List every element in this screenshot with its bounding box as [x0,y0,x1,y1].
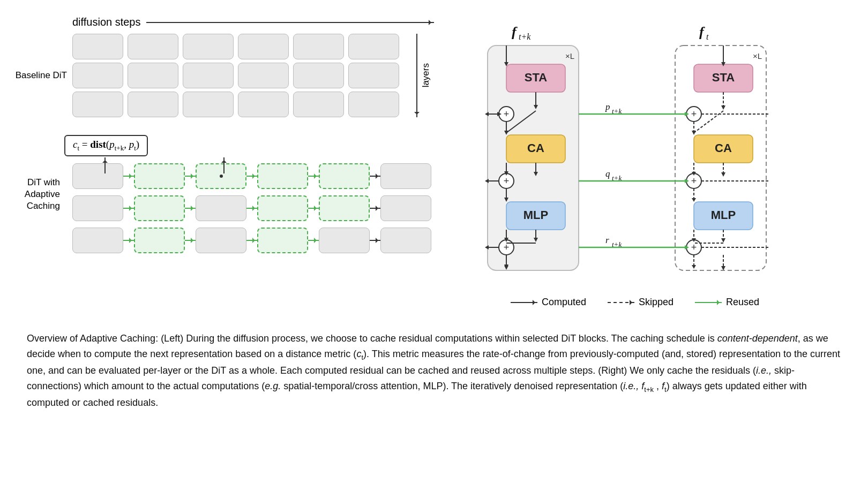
green-arrow-icon [123,176,134,177]
adaptive-row-1 [72,163,461,189]
legend-skipped: Skipped [608,297,674,308]
green-arrow-icon [246,240,257,241]
adaptive-section [21,163,461,256]
svg-text:+: + [504,176,510,186]
adaptive-cell-dashed [196,163,246,189]
black-arrow-icon [370,240,380,241]
adaptive-row-3 [72,228,461,253]
adaptive-cell-solid [380,163,431,189]
svg-text:MLP: MLP [523,208,548,222]
legend-skipped-label: Skipped [639,297,674,308]
adaptive-cell-solid [380,195,431,221]
right-panel: f t+k f t ×L ×L STA [461,11,847,321]
baseline-cell [72,92,123,117]
baseline-cell [128,92,178,117]
layers-label: layers [421,63,431,87]
svg-text:r: r [605,235,609,245]
svg-text:t: t [706,32,709,41]
svg-marker-87 [485,245,489,249]
baseline-row-3 [72,92,399,117]
baseline-cell [183,92,234,117]
svg-text:f: f [699,24,705,40]
adaptive-cell-dashed [319,163,370,189]
baseline-row-1 [72,34,399,59]
baseline-cell [238,34,289,59]
baseline-cell [72,34,123,59]
left-panel: diffusion steps Baseline DiT [21,11,461,321]
baseline-cell [128,34,178,59]
adaptive-cell-dashed [257,195,308,221]
svg-text:f: f [512,24,518,40]
baseline-cell [128,63,178,88]
adaptive-cell-dashed [319,195,370,221]
baseline-cell [293,92,344,117]
green-arrow-icon [246,176,257,177]
svg-text:q: q [605,169,610,179]
baseline-row-2 [72,63,399,88]
baseline-cell [348,63,399,88]
svg-text:t+k: t+k [612,240,622,248]
adaptive-cell-dashed [134,195,185,221]
green-arrow-icon [123,208,134,209]
svg-text:CA: CA [527,141,544,155]
legend-reused: Reused [695,297,759,308]
green-arrow-icon [308,240,319,241]
adaptive-cell-dashed [134,163,185,189]
legend-solid-arrow-icon [511,302,537,303]
baseline-label: Baseline DiT [16,70,67,81]
svg-text:+: + [691,109,697,119]
formula-text: ct = dist(pt+k, pt) [73,139,139,150]
black-arrow-icon [370,208,380,209]
dot-icon [220,175,223,178]
legend-reused-label: Reused [726,297,759,308]
baseline-cell [183,34,234,59]
main-container: diffusion steps Baseline DiT [0,0,868,484]
svg-text:p: p [605,102,610,112]
adaptive-row-2 [72,195,461,221]
svg-marker-83 [485,112,489,116]
green-arrow-icon [308,208,319,209]
adaptive-cell-solid [72,195,123,221]
adaptive-cell-solid [196,195,246,221]
green-arrow-icon [123,240,134,241]
svg-text:×L: ×L [565,51,574,61]
svg-text:MLP: MLP [711,208,736,222]
green-arrow-icon [185,240,196,241]
adaptive-cell-solid [72,163,123,189]
adaptive-cell-dashed [134,228,185,253]
svg-text:t+k: t+k [612,107,622,115]
svg-text:t+k: t+k [519,32,531,41]
green-arrow-icon [185,176,196,177]
adaptive-side-label: DiT withAdaptiveCaching [21,177,64,212]
green-arrow-icon [308,176,319,177]
legend-computed: Computed [511,297,586,308]
adaptive-cell-solid [319,228,370,253]
baseline-cell [293,34,344,59]
green-arrow-icon [246,208,257,209]
adaptive-cell-dashed [257,228,308,253]
baseline-cell [348,34,399,59]
svg-text:CA: CA [715,141,732,155]
diagram-section: diffusion steps Baseline DiT [21,11,847,321]
svg-text:×L: ×L [753,51,762,61]
baseline-cell [348,92,399,117]
svg-text:+: + [504,109,510,119]
svg-text:+: + [691,176,697,186]
baseline-cell [238,63,289,88]
adaptive-cell-solid [380,228,431,253]
legend-dashed-arrow-icon [608,302,634,303]
caption-text: Overview of Adaptive Caching: (Left) Dur… [27,333,840,408]
svg-marker-85 [485,179,489,183]
legend-computed-label: Computed [542,297,586,308]
green-arrow-icon [185,208,196,209]
baseline-cell [238,92,289,117]
baseline-cell [183,63,234,88]
architecture-diagram: f t+k f t ×L ×L STA [477,16,788,294]
adaptive-cell-solid [72,228,123,253]
baseline-cell [293,63,344,88]
adaptive-cell-dashed [257,163,308,189]
right-diagram-svg-container: f t+k f t ×L ×L STA [477,16,788,321]
svg-text:STA: STA [525,71,547,84]
black-arrow-icon [370,176,380,177]
svg-text:STA: STA [712,71,735,84]
